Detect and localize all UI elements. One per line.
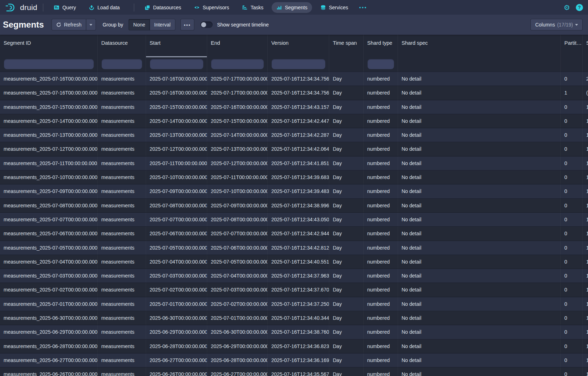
- group-by-none-button[interactable]: None: [129, 19, 149, 30]
- group-by-interval-button[interactable]: Interval: [150, 19, 175, 30]
- cell-shard-spec[interactable]: No detail: [398, 227, 561, 240]
- cell-segment-id[interactable]: measurements_2025-06-26T00:00:00.000Z...: [0, 367, 98, 376]
- cell-time-span[interactable]: Day: [329, 128, 364, 142]
- cell-version[interactable]: 2025-07-16T12:34:34.756Z: [268, 72, 329, 86]
- cell-end[interactable]: 2025-07-01T00:00:00.000Z: [207, 311, 268, 325]
- cell-datasource[interactable]: measurements: [98, 142, 146, 156]
- cell-end[interactable]: 2025-06-30T00:00:00.000Z: [207, 325, 268, 339]
- cell-size[interactable]: 2: [583, 72, 588, 86]
- cell-version[interactable]: 2025-07-16T12:34:42.287Z: [268, 128, 329, 142]
- cell-end[interactable]: 2025-07-11T00:00:00.000Z: [207, 170, 268, 184]
- cell-shard-type[interactable]: numbered: [364, 227, 398, 240]
- column-header-end[interactable]: End: [207, 35, 268, 57]
- cell-end[interactable]: 2025-07-15T00:00:00.000Z: [207, 114, 268, 128]
- refresh-dropdown-button[interactable]: [86, 19, 96, 30]
- cell-segment-id[interactable]: measurements_2025-07-14T00:00:00.000Z...: [0, 114, 98, 128]
- cell-shard-spec[interactable]: No detail: [398, 114, 561, 128]
- cell-datasource[interactable]: measurements: [98, 241, 146, 255]
- cell-start[interactable]: 2025-07-08T00:00:00.000Z: [146, 199, 207, 212]
- cell-version[interactable]: 2025-07-16T12:34:42.447Z: [268, 114, 329, 128]
- cell-datasource[interactable]: measurements: [98, 114, 146, 128]
- cell-size[interactable]: 1: [583, 339, 588, 353]
- cell-partition[interactable]: 0: [561, 325, 583, 339]
- column-header-start[interactable]: Start: [146, 35, 207, 57]
- cell-partition[interactable]: 0: [561, 114, 583, 128]
- cell-start[interactable]: 2025-07-12T00:00:00.000Z: [146, 142, 207, 156]
- cell-size[interactable]: 1: [583, 367, 588, 376]
- cell-version[interactable]: 2025-07-16T12:34:39.683Z: [268, 170, 329, 184]
- cell-start[interactable]: 2025-06-30T00:00:00.000Z: [146, 311, 207, 325]
- cell-shard-type[interactable]: numbered: [364, 156, 398, 170]
- cell-end[interactable]: 2025-06-29T00:00:00.000Z: [207, 339, 268, 353]
- cell-time-span[interactable]: Day: [329, 199, 364, 212]
- cell-shard-type[interactable]: numbered: [364, 325, 398, 339]
- cell-datasource[interactable]: measurements: [98, 325, 146, 339]
- cell-partition[interactable]: 0: [561, 339, 583, 353]
- cell-shard-spec[interactable]: No detail: [398, 283, 561, 297]
- cell-start[interactable]: 2025-07-14T00:00:00.000Z: [146, 114, 207, 128]
- cell-partition[interactable]: 0: [561, 100, 583, 114]
- cell-partition[interactable]: 0: [561, 72, 583, 86]
- cell-end[interactable]: 2025-07-05T00:00:00.000Z: [207, 255, 268, 269]
- cell-size[interactable]: 1: [583, 255, 588, 269]
- cell-partition[interactable]: 0: [561, 353, 583, 367]
- cell-version[interactable]: 2025-07-16T12:34:38.760Z: [268, 325, 329, 339]
- cell-datasource[interactable]: measurements: [98, 86, 146, 100]
- cell-time-span[interactable]: Day: [329, 156, 364, 170]
- cell-segment-id[interactable]: measurements_2025-07-12T00:00:00.000Z...: [0, 142, 98, 156]
- cell-shard-type[interactable]: numbered: [364, 269, 398, 283]
- cell-datasource[interactable]: measurements: [98, 227, 146, 240]
- cell-shard-spec[interactable]: No detail: [398, 311, 561, 325]
- cell-size[interactable]: (: [583, 86, 588, 100]
- cell-segment-id[interactable]: measurements_2025-07-16T00:00:00.000Z...: [0, 86, 98, 100]
- cell-segment-id[interactable]: measurements_2025-07-06T00:00:00.000Z...: [0, 227, 98, 240]
- cell-start[interactable]: 2025-07-16T00:00:00.000Z: [146, 72, 207, 86]
- cell-version[interactable]: 2025-07-16T12:34:37.250Z: [268, 297, 329, 311]
- cell-start[interactable]: 2025-06-26T00:00:00.000Z: [146, 367, 207, 376]
- cell-segment-id[interactable]: measurements_2025-07-08T00:00:00.000Z...: [0, 199, 98, 212]
- cell-version[interactable]: 2025-07-16T12:34:42.944Z: [268, 227, 329, 240]
- cell-time-span[interactable]: Day: [329, 170, 364, 184]
- cell-time-span[interactable]: Day: [329, 269, 364, 283]
- cell-start[interactable]: 2025-07-16T00:00:00.000Z: [146, 86, 207, 100]
- cell-version[interactable]: 2025-07-16T12:34:35.567Z: [268, 367, 329, 376]
- cell-version[interactable]: 2025-07-16T12:34:40.344Z: [268, 311, 329, 325]
- cell-shard-spec[interactable]: No detail: [398, 213, 561, 226]
- cell-segment-id[interactable]: measurements_2025-06-30T00:00:00.000Z...: [0, 311, 98, 325]
- cell-partition[interactable]: 1: [561, 86, 583, 100]
- column-header-shard-spec[interactable]: Shard spec: [398, 35, 561, 57]
- cell-start[interactable]: 2025-07-13T00:00:00.000Z: [146, 128, 207, 142]
- cell-start[interactable]: 2025-07-01T00:00:00.000Z: [146, 297, 207, 311]
- cell-shard-type[interactable]: numbered: [364, 283, 398, 297]
- help-icon[interactable]: ?: [576, 4, 583, 11]
- more-options-button[interactable]: •••: [181, 19, 194, 30]
- cell-time-span[interactable]: Day: [329, 241, 364, 255]
- cell-shard-type[interactable]: numbered: [364, 128, 398, 142]
- cell-shard-spec[interactable]: No detail: [398, 100, 561, 114]
- cell-time-span[interactable]: Day: [329, 213, 364, 226]
- nav-item-tasks[interactable]: Tasks: [237, 2, 268, 13]
- column-header-version[interactable]: Version: [268, 35, 329, 57]
- cell-datasource[interactable]: measurements: [98, 170, 146, 184]
- cell-partition[interactable]: 0: [561, 269, 583, 283]
- cell-time-span[interactable]: Day: [329, 325, 364, 339]
- cell-shard-spec[interactable]: No detail: [398, 184, 561, 198]
- cell-size[interactable]: 1: [583, 241, 588, 255]
- cell-segment-id[interactable]: measurements_2025-07-11T00:00:00.000Z...: [0, 156, 98, 170]
- cell-time-span[interactable]: Day: [329, 142, 364, 156]
- cell-segment-id[interactable]: measurements_2025-06-29T00:00:00.000Z...: [0, 325, 98, 339]
- cell-shard-spec[interactable]: No detail: [398, 241, 561, 255]
- cell-partition[interactable]: 0: [561, 128, 583, 142]
- cell-time-span[interactable]: Day: [329, 297, 364, 311]
- column-header-shard-type[interactable]: Shard type: [364, 35, 398, 57]
- cell-shard-type[interactable]: numbered: [364, 170, 398, 184]
- cell-shard-type[interactable]: numbered: [364, 142, 398, 156]
- cell-end[interactable]: 2025-07-13T00:00:00.000Z: [207, 142, 268, 156]
- cell-shard-type[interactable]: numbered: [364, 241, 398, 255]
- cell-time-span[interactable]: Day: [329, 339, 364, 353]
- cell-datasource[interactable]: measurements: [98, 128, 146, 142]
- cell-size[interactable]: 1: [583, 227, 588, 240]
- cell-start[interactable]: 2025-07-04T00:00:00.000Z: [146, 255, 207, 269]
- cell-time-span[interactable]: Day: [329, 255, 364, 269]
- cell-partition[interactable]: 0: [561, 311, 583, 325]
